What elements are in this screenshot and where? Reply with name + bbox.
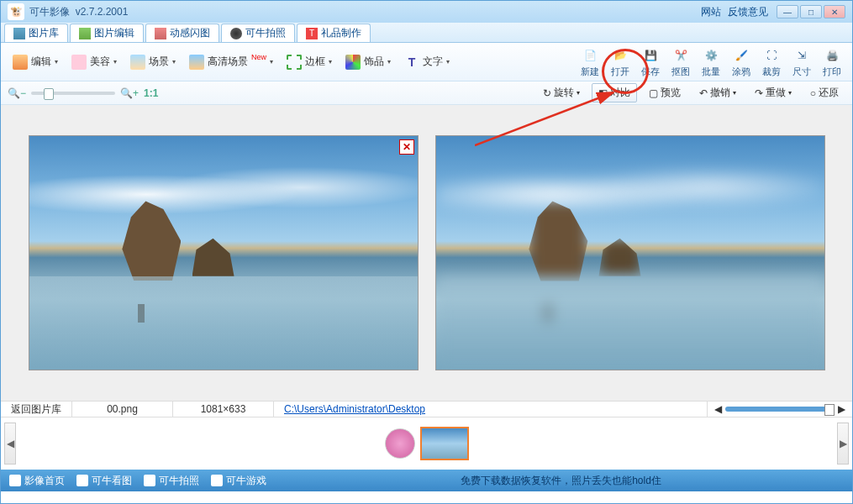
print-icon: 🖨️: [823, 46, 841, 65]
gift-icon: T: [306, 28, 318, 39]
zoom-slider[interactable]: [31, 92, 115, 95]
cat-decor[interactable]: 饰品▾: [339, 49, 398, 76]
restore-button[interactable]: ○还原: [803, 83, 845, 102]
batch-button[interactable]: ⚙️批量: [696, 46, 726, 78]
feedback-link[interactable]: 反馈意见: [728, 5, 768, 19]
redo-button[interactable]: ↷重做▾: [748, 83, 798, 102]
tab-gifts[interactable]: T礼品制作: [297, 24, 371, 42]
scene-icon: [130, 55, 145, 70]
window-controls: — □ ✕: [777, 5, 845, 18]
edit-icon: [79, 28, 91, 39]
op-label: 裁剪: [762, 66, 781, 78]
camera-icon: [230, 28, 242, 39]
caret-icon: ▾: [172, 58, 176, 66]
caret-icon: ▾: [113, 58, 117, 66]
flink-label: 可牛拍照: [159, 474, 199, 488]
image-edited[interactable]: [435, 135, 825, 370]
decor-icon: [345, 55, 361, 70]
file-path-link[interactable]: C:\Users\Administrator\Desktop: [274, 402, 708, 417]
image-original[interactable]: ✕: [29, 135, 419, 370]
maximize-button[interactable]: □: [800, 5, 822, 18]
compare-button[interactable]: ◧对比: [592, 83, 637, 102]
thumbnail-item[interactable]: [385, 428, 415, 459]
caret-icon: ▾: [577, 89, 580, 97]
doodle-button[interactable]: 🖌️涂鸦: [726, 46, 756, 78]
tab-animation[interactable]: 动感闪图: [145, 24, 219, 42]
crop-button[interactable]: ⛶裁剪: [756, 46, 787, 78]
footer-camera-link[interactable]: 可牛拍照: [144, 474, 199, 488]
footer-message[interactable]: 免费下载数据恢复软件，照片丢失也能hold住: [278, 474, 844, 488]
thumb-next-button[interactable]: ▶: [837, 423, 849, 465]
gallery-icon: [13, 28, 25, 39]
cutout-button[interactable]: ✂️抠图: [666, 46, 696, 78]
main-tabs: 图片库 图片编辑 动感闪图 可牛拍照 T礼品制作: [1, 23, 852, 43]
crop-icon: ⛶: [762, 46, 781, 65]
op-label: 涂鸦: [732, 66, 750, 78]
cat-scene[interactable]: 场景▾: [124, 49, 182, 76]
tab-label: 图片编辑: [94, 26, 134, 40]
dimensions-label: 1081×633: [173, 402, 274, 417]
tab-camera[interactable]: 可牛拍照: [221, 24, 295, 42]
rotate-icon: ↻: [543, 87, 551, 99]
cat-label: 高清场景: [208, 55, 248, 69]
back-to-gallery-button[interactable]: 返回图片库: [1, 402, 72, 417]
op-label: 打开: [611, 66, 629, 78]
zoom-bar[interactable]: [725, 407, 835, 412]
filename-label: 00.png: [72, 402, 173, 417]
open-icon: 📂: [611, 46, 629, 65]
tab-edit[interactable]: 图片编辑: [70, 24, 144, 42]
status-bar: 返回图片库 00.png 1081×633 C:\Users\Administr…: [1, 401, 852, 417]
cat-frame[interactable]: 边框▾: [280, 49, 339, 76]
zoom-1to1-button[interactable]: 1:1: [144, 87, 158, 99]
text-icon: T: [404, 55, 419, 70]
cat-beauty[interactable]: 美容▾: [65, 49, 124, 76]
zoom-in-button[interactable]: 🔍+: [120, 87, 139, 99]
close-compare-button[interactable]: ✕: [399, 139, 414, 155]
footer-viewer-link[interactable]: 可牛看图: [76, 474, 132, 488]
thumb-prev-button[interactable]: ◀: [4, 423, 16, 465]
resize-button[interactable]: ⇲尺寸: [787, 46, 817, 78]
footer-home-link[interactable]: 影像首页: [9, 474, 65, 488]
thumbnail-item-selected[interactable]: [420, 427, 469, 460]
undo-button[interactable]: ↶撤销▾: [692, 83, 743, 102]
zoom-max-icon[interactable]: ▶: [838, 403, 845, 415]
preview-icon: ▢: [649, 87, 658, 99]
minimize-button[interactable]: —: [777, 5, 798, 18]
canvas-area: ✕: [1, 105, 852, 401]
new-badge: New: [251, 53, 266, 61]
tab-label: 礼品制作: [321, 26, 361, 40]
restore-icon: ○: [810, 87, 816, 99]
home-icon: [9, 475, 21, 486]
op-label: 保存: [641, 66, 660, 78]
flink-label: 可牛游戏: [226, 474, 266, 488]
caret-icon: ▾: [387, 58, 391, 66]
cat-text[interactable]: T文字▾: [398, 49, 456, 76]
close-button[interactable]: ✕: [824, 5, 845, 18]
new-button[interactable]: 📄新建: [575, 46, 605, 78]
tab-label: 动感闪图: [170, 26, 210, 40]
save-button[interactable]: 💾保存: [635, 46, 666, 78]
op-label: 抠图: [671, 66, 690, 78]
op-label: 尺寸: [792, 66, 811, 78]
cat-hdscene[interactable]: 高清场景New▾: [182, 49, 280, 76]
website-link[interactable]: 网站: [701, 5, 721, 19]
cat-edit[interactable]: 编辑▾: [6, 49, 65, 76]
zoom-min-icon[interactable]: ◀: [714, 403, 722, 415]
resize-icon: ⇲: [792, 46, 811, 65]
rotate-button[interactable]: ↻旋转▾: [536, 83, 587, 102]
app-logo-icon: 🐮: [8, 3, 24, 20]
op-label: 批量: [702, 66, 720, 78]
open-button[interactable]: 📂打开: [605, 46, 635, 78]
print-button[interactable]: 🖨️打印: [817, 46, 847, 78]
footer-games-link[interactable]: 可牛游戏: [211, 474, 266, 488]
tab-gallery[interactable]: 图片库: [4, 24, 68, 42]
wand-icon: [13, 55, 28, 70]
frame-icon: [287, 55, 302, 70]
doodle-icon: 🖌️: [732, 46, 750, 65]
zoom-out-button[interactable]: 🔍−: [8, 87, 26, 99]
preview-button[interactable]: ▢预览: [642, 83, 687, 102]
games-icon: [211, 475, 223, 486]
cutout-icon: ✂️: [671, 46, 690, 65]
view-toolbar: 🔍− 🔍+ 1:1 ↻旋转▾ ◧对比 ▢预览 ↶撤销▾ ↷重做▾ ○还原: [1, 81, 852, 105]
titlebar: 🐮 可牛影像 v2.7.2.2001 网站 反馈意见 — □ ✕: [1, 1, 852, 23]
